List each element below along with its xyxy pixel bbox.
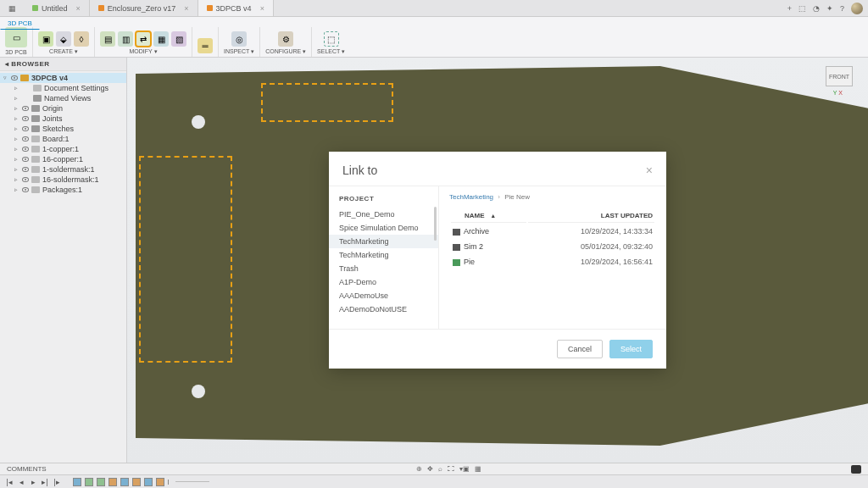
notification-icon[interactable]: ◔ bbox=[813, 4, 820, 13]
expand-icon[interactable]: ▹ bbox=[14, 146, 19, 152]
pan-icon[interactable]: ✥ bbox=[427, 465, 433, 473]
visibility-icon[interactable] bbox=[11, 75, 18, 80]
tree-node[interactable]: ▹Named Views bbox=[0, 93, 126, 103]
tree-node[interactable]: ▹1-soldermask:1 bbox=[0, 164, 126, 175]
tree-node[interactable]: ▹Document Settings bbox=[0, 83, 126, 93]
col-name[interactable]: NAME▴ bbox=[451, 209, 526, 223]
file-row[interactable]: Sim 205/01/2024, 09:32:40 bbox=[451, 240, 654, 253]
feature-extrude[interactable] bbox=[97, 478, 105, 486]
viewport[interactable]: FRONT Y X Link to × PROJECT PIE_One_Demo… bbox=[127, 58, 868, 463]
file-row[interactable]: Archive10/29/2024, 14:33:34 bbox=[451, 225, 654, 238]
tree-node[interactable]: ▹Sketches bbox=[0, 124, 126, 134]
file-row[interactable]: Pie10/29/2024, 16:56:41 bbox=[451, 255, 654, 269]
modify-tool-5[interactable]: ▧ bbox=[171, 31, 186, 47]
tree-node[interactable]: ▹16-soldermask:1 bbox=[0, 175, 126, 185]
expand-icon[interactable]: ▹ bbox=[14, 166, 19, 173]
close-icon[interactable]: × bbox=[646, 164, 653, 177]
project-item[interactable]: Spice Simulation Demo bbox=[329, 221, 438, 235]
expand-icon[interactable]: ▹ bbox=[14, 105, 19, 112]
visibility-icon[interactable] bbox=[22, 187, 29, 192]
display-icon[interactable]: ▾▣ bbox=[459, 465, 470, 473]
expand-icon[interactable]: ▹ bbox=[14, 85, 19, 92]
tree-node[interactable]: ▹Joints bbox=[0, 114, 126, 124]
visibility-icon[interactable] bbox=[22, 106, 29, 111]
visibility-icon[interactable] bbox=[22, 147, 29, 152]
workspace-tab-3dpcb[interactable]: 3D PCB bbox=[0, 17, 40, 30]
app-menu-icon[interactable]: ▦ bbox=[0, 4, 24, 13]
feature-sketch[interactable] bbox=[120, 478, 129, 486]
tree-node[interactable]: ▹1-copper:1 bbox=[0, 144, 126, 154]
expand-icon[interactable]: ▹ bbox=[14, 136, 19, 142]
zoom-icon[interactable]: ⌕ bbox=[438, 465, 442, 473]
tree-node[interactable]: ▹Origin bbox=[0, 103, 126, 114]
project-item[interactable]: Trash bbox=[329, 262, 438, 275]
crumb-link[interactable]: TechMarketing bbox=[449, 193, 493, 201]
feature-extrude[interactable] bbox=[85, 478, 93, 486]
visibility-icon[interactable] bbox=[22, 157, 29, 162]
visibility-icon[interactable] bbox=[22, 136, 29, 141]
mode-switcher[interactable]: ▭ 3D PCB bbox=[0, 27, 33, 57]
new-tab-button[interactable]: + bbox=[787, 4, 792, 13]
push-to-pcb-button[interactable]: ⇄ bbox=[136, 31, 151, 47]
comments-bar[interactable]: COMMENTS ⊕ ✥ ⌕ ⛶ ▾▣ ▦ bbox=[0, 463, 868, 474]
visibility-icon[interactable] bbox=[22, 126, 29, 131]
close-icon[interactable]: × bbox=[76, 4, 81, 13]
timeline-marker[interactable] bbox=[168, 480, 169, 485]
expand-icon[interactable]: ▹ bbox=[14, 125, 19, 132]
feature-body[interactable] bbox=[108, 478, 117, 486]
timeline-prev[interactable]: ◂ bbox=[17, 478, 25, 486]
browser-header[interactable]: ◂ BROWSER bbox=[0, 58, 126, 71]
create-tool-3[interactable]: ◊ bbox=[74, 31, 89, 47]
chat-icon[interactable] bbox=[851, 465, 861, 474]
scrollbar[interactable] bbox=[434, 207, 437, 241]
feature-sketch[interactable] bbox=[144, 478, 153, 486]
tree-node[interactable]: ▹Packages:1 bbox=[0, 185, 126, 195]
fit-icon[interactable]: ⛶ bbox=[448, 465, 454, 473]
help-icon[interactable]: ? bbox=[840, 4, 844, 13]
ruler-icon[interactable]: ═ bbox=[198, 38, 213, 53]
timeline-first[interactable]: |◂ bbox=[5, 478, 14, 486]
select-tool[interactable]: ⬚ bbox=[324, 31, 339, 47]
tab-untitled[interactable]: Untitled × bbox=[24, 0, 90, 16]
avatar[interactable] bbox=[851, 3, 863, 14]
expand-icon[interactable]: ▹ bbox=[14, 156, 19, 163]
create-tool-2[interactable]: ⬙ bbox=[56, 31, 71, 47]
cancel-button[interactable]: Cancel bbox=[557, 340, 603, 358]
feature-body[interactable] bbox=[156, 478, 164, 486]
project-item[interactable]: PIE_One_Demo bbox=[329, 208, 438, 221]
project-item[interactable]: A1P-Demo bbox=[329, 275, 438, 289]
configure-tool[interactable]: ⚙ bbox=[278, 31, 293, 47]
visibility-icon[interactable] bbox=[22, 177, 29, 182]
col-updated[interactable]: LAST UPDATED bbox=[528, 209, 654, 223]
expand-icon[interactable]: ▹ bbox=[14, 186, 19, 193]
timeline-next[interactable]: ▸| bbox=[41, 478, 49, 486]
modify-tool-2[interactable]: ▥ bbox=[118, 31, 133, 47]
project-item[interactable]: TechMarketing bbox=[329, 235, 438, 248]
tab-enclosure[interactable]: Enclosure_Zero v17 × bbox=[90, 0, 198, 16]
timeline-play[interactable]: ▸ bbox=[29, 478, 37, 486]
close-icon[interactable]: × bbox=[184, 4, 188, 13]
tab-3dpcb[interactable]: 3DPCB v4 × bbox=[198, 0, 274, 16]
close-icon[interactable]: × bbox=[260, 4, 264, 13]
grid-icon[interactable]: ▦ bbox=[475, 465, 481, 473]
create-tool-1[interactable]: ▣ bbox=[38, 31, 53, 47]
visibility-icon[interactable] bbox=[22, 167, 29, 172]
expand-icon[interactable]: ▹ bbox=[14, 176, 19, 183]
visibility-icon[interactable] bbox=[22, 116, 29, 121]
select-button[interactable]: Select bbox=[609, 340, 653, 358]
collapse-icon[interactable]: ▿ bbox=[3, 75, 8, 81]
expand-icon[interactable]: ▹ bbox=[14, 115, 19, 122]
project-item[interactable]: AAADemoUse bbox=[329, 289, 438, 302]
modify-tool-1[interactable]: ▤ bbox=[100, 31, 115, 47]
extensions-icon[interactable]: ✦ bbox=[826, 4, 833, 13]
project-item[interactable]: AADemoDoNotUSE bbox=[329, 302, 438, 316]
tree-node[interactable]: ▹16-copper:1 bbox=[0, 154, 126, 164]
tree-node[interactable]: ▹Board:1 bbox=[0, 134, 126, 144]
modify-tool-4[interactable]: ▦ bbox=[153, 31, 169, 47]
inspect-tool[interactable]: ◎ bbox=[231, 31, 247, 47]
feature-sketch[interactable] bbox=[73, 478, 81, 486]
expand-icon[interactable]: ▹ bbox=[14, 95, 19, 102]
timeline-last[interactable]: |▸ bbox=[53, 478, 61, 486]
cloud-icon[interactable]: ⬚ bbox=[798, 4, 806, 13]
tree-root[interactable]: ▿ 3DPCB v4 bbox=[0, 73, 126, 83]
